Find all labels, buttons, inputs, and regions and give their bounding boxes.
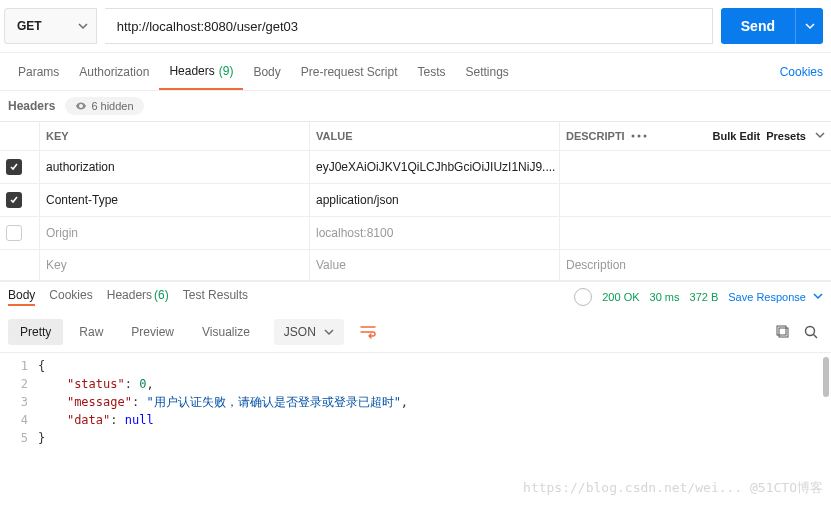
bulk-edit-link[interactable]: Bulk Edit [713, 130, 761, 142]
header-value[interactable]: application/json [310, 184, 560, 216]
chevron-down-icon [815, 130, 825, 142]
method-select[interactable]: GET [4, 8, 97, 44]
header-value[interactable]: eyJ0eXAiOiJKV1QiLCJhbGciOiJIUzI1NiJ9.... [310, 151, 560, 183]
checkbox[interactable] [6, 159, 22, 175]
headers-section-label: Headers [8, 99, 55, 113]
view-tab-pretty[interactable]: Pretty [8, 319, 63, 345]
hidden-headers-toggle[interactable]: 6 hidden [65, 97, 143, 115]
svg-rect-3 [779, 328, 788, 337]
header-desc-input[interactable]: Description [560, 250, 831, 280]
view-tab-visualize[interactable]: Visualize [190, 319, 262, 345]
svg-point-2 [643, 135, 646, 138]
table-row: authorization eyJ0eXAiOiJKV1QiLCJhbGciOi… [0, 151, 831, 184]
header-desc[interactable] [560, 184, 831, 216]
header-key-input[interactable]: Key [40, 250, 310, 280]
line-numbers: 12345 [0, 357, 38, 463]
globe-icon[interactable] [574, 288, 592, 306]
tab-pre-request-script[interactable]: Pre-request Script [291, 53, 408, 90]
response-time: 30 ms [650, 291, 680, 303]
header-value-input[interactable]: Value [310, 250, 560, 280]
svg-rect-4 [777, 326, 786, 335]
header-key[interactable]: authorization [40, 151, 310, 183]
watermark: https://blog.csdn.net/wei... @51CTO博客 [523, 479, 823, 497]
request-tabs: Params Authorization Headers(9) Body Pre… [0, 53, 831, 91]
tab-body[interactable]: Body [243, 53, 290, 90]
response-tab-headers[interactable]: Headers(6) [107, 288, 169, 306]
more-options-icon[interactable] [631, 134, 647, 138]
svg-point-0 [631, 135, 634, 138]
copy-icon[interactable] [771, 320, 795, 344]
scrollbar-thumb[interactable] [823, 357, 829, 397]
tab-headers[interactable]: Headers(9) [159, 53, 243, 90]
search-icon[interactable] [799, 320, 823, 344]
wrap-lines-button[interactable] [354, 318, 382, 346]
save-response-dropdown[interactable]: Save Response [728, 291, 823, 303]
svg-point-1 [637, 135, 640, 138]
checkbox[interactable] [6, 192, 22, 208]
view-tab-preview[interactable]: Preview [119, 319, 186, 345]
status-code: 200 OK [602, 291, 639, 303]
cookies-link[interactable]: Cookies [780, 65, 823, 79]
chevron-down-icon [805, 19, 815, 34]
response-size: 372 B [690, 291, 719, 303]
header-desc[interactable] [560, 151, 831, 183]
format-select[interactable]: JSON [274, 319, 344, 345]
send-dropdown-button[interactable] [795, 8, 823, 44]
response-body-editor[interactable]: 12345 { "status": 0, "message": "用户认证失败，… [0, 353, 831, 503]
eye-icon [75, 100, 87, 112]
url-input[interactable] [105, 8, 713, 44]
header-desc[interactable] [560, 217, 831, 249]
col-description: DESCRIPTI [566, 130, 625, 142]
header-key[interactable]: Content-Type [40, 184, 310, 216]
tab-settings[interactable]: Settings [456, 53, 519, 90]
header-value[interactable]: localhost:8100 [310, 217, 560, 249]
svg-line-6 [814, 335, 818, 339]
tab-authorization[interactable]: Authorization [69, 53, 159, 90]
headers-table: KEY VALUE DESCRIPTI Bulk Edit Presets au… [0, 121, 831, 281]
table-row: Key Value Description [0, 250, 831, 281]
send-button[interactable]: Send [721, 8, 795, 44]
method-label: GET [17, 19, 42, 33]
presets-dropdown[interactable]: Presets [766, 130, 825, 142]
tab-params[interactable]: Params [8, 53, 69, 90]
header-key[interactable]: Origin [40, 217, 310, 249]
table-row: Content-Type application/json [0, 184, 831, 217]
response-tab-test-results[interactable]: Test Results [183, 288, 248, 306]
table-row: Origin localhost:8100 [0, 217, 831, 250]
tab-tests[interactable]: Tests [407, 53, 455, 90]
view-tab-raw[interactable]: Raw [67, 319, 115, 345]
svg-point-5 [806, 327, 815, 336]
response-tab-body[interactable]: Body [8, 288, 35, 306]
response-tab-cookies[interactable]: Cookies [49, 288, 92, 306]
checkbox[interactable] [6, 225, 22, 241]
col-key: KEY [40, 122, 310, 150]
col-value: VALUE [310, 122, 560, 150]
chevron-down-icon [78, 21, 88, 31]
